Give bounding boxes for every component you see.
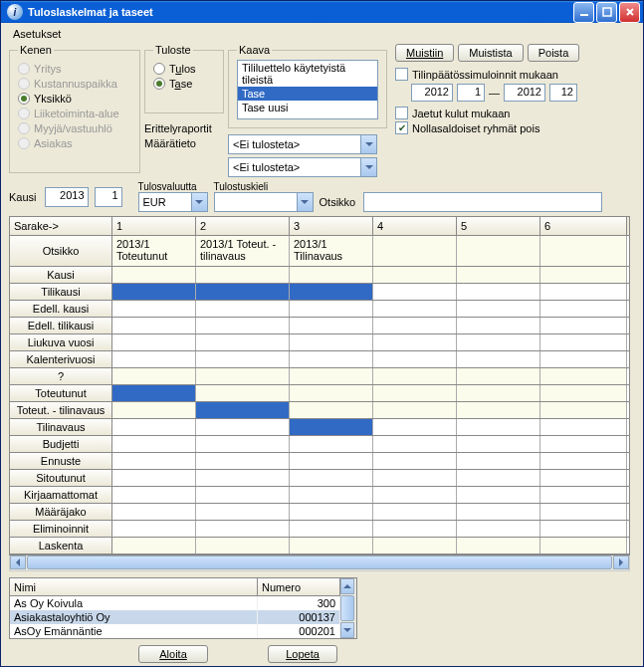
grid-cell[interactable] — [457, 236, 540, 266]
aloita-button[interactable]: Aloita — [138, 645, 208, 663]
grid-cell[interactable] — [373, 419, 457, 435]
list-item-name[interactable]: As Oy Koivula — [10, 596, 258, 610]
grid-cell[interactable] — [373, 385, 457, 401]
grid-cell[interactable] — [196, 267, 290, 283]
maximize-button[interactable] — [596, 2, 617, 23]
grid-cell[interactable] — [457, 436, 540, 452]
grid-cell[interactable] — [457, 470, 540, 486]
grid-header-3[interactable]: 3 — [290, 217, 373, 235]
grid-header-4[interactable]: 4 — [373, 217, 457, 235]
grid-cell[interactable] — [540, 436, 627, 452]
kaava-item-2[interactable]: Tase uusi — [238, 101, 377, 114]
grid-cell[interactable] — [457, 504, 540, 520]
grid-cell[interactable] — [112, 318, 196, 334]
grid-cell[interactable] — [112, 334, 196, 350]
grid-cell[interactable] — [457, 301, 540, 317]
grid-cell[interactable] — [540, 504, 627, 520]
list-item-number[interactable]: 000137 — [258, 610, 340, 624]
close-button[interactable] — [619, 2, 640, 23]
grid-header-2[interactable]: 2 — [196, 217, 290, 235]
grid-cell[interactable] — [373, 351, 457, 367]
jaetut-checkbox[interactable] — [395, 107, 408, 119]
grid-cell[interactable] — [457, 334, 540, 350]
grid-row-label[interactable]: Edell. kausi — [10, 301, 112, 317]
grid-cell[interactable] — [196, 284, 290, 300]
grid-cell[interactable] — [457, 318, 540, 334]
grid-cell[interactable] — [290, 385, 373, 401]
grid-row-label[interactable]: Kausi — [10, 267, 112, 283]
menu-asetukset[interactable]: Asetukset — [9, 26, 635, 42]
grid-cell[interactable] — [373, 453, 457, 469]
grid-cell[interactable] — [112, 402, 196, 418]
col-nimi-header[interactable]: Nimi — [10, 578, 258, 596]
grid-cell[interactable] — [540, 521, 627, 537]
chevron-down-icon[interactable] — [360, 158, 376, 176]
grid-cell[interactable] — [457, 419, 540, 435]
grid-cell[interactable] — [112, 351, 196, 367]
grid-row-label[interactable]: Budjetti — [10, 436, 112, 452]
grid-cell[interactable] — [457, 368, 540, 384]
grid-row-label[interactable]: Eliminoinnit — [10, 521, 112, 537]
scroll-up-icon[interactable] — [340, 578, 354, 594]
grid-cell[interactable] — [540, 453, 627, 469]
grid-header-1[interactable]: 1 — [112, 217, 196, 235]
grid-cell[interactable] — [290, 334, 373, 350]
chevron-down-icon[interactable] — [360, 135, 376, 153]
list-item-name[interactable]: Asiakastaloyhtiö Oy — [10, 610, 258, 624]
grid-row-label[interactable]: Kalenterivuosi — [10, 351, 112, 367]
grid-cell[interactable] — [540, 419, 627, 435]
muistista-button[interactable]: Muistista — [458, 44, 523, 62]
tuloste-radio-1[interactable]: Tase — [153, 78, 215, 90]
grid-cell[interactable] — [112, 538, 196, 554]
kausi-month-input[interactable]: 1 — [95, 187, 122, 207]
scroll-right-icon[interactable] — [613, 556, 629, 569]
grid-cell[interactable] — [290, 267, 373, 283]
grid-cell[interactable] — [457, 453, 540, 469]
grid-cell[interactable]: 2013/1 Toteutunut — [112, 236, 196, 266]
tulostuskieli-combo[interactable] — [214, 192, 314, 212]
tilinpaatos-checkbox[interactable] — [395, 68, 408, 81]
grid-cell[interactable] — [457, 284, 540, 300]
horizontal-scrollbar[interactable] — [9, 556, 630, 571]
scroll-down-icon[interactable] — [340, 622, 354, 638]
grid-cell[interactable] — [112, 521, 196, 537]
kaava-item-0[interactable]: Tililuettelo käytetyistä tileistä — [238, 61, 377, 87]
grid-cell[interactable] — [373, 301, 457, 317]
grid-cell[interactable] — [373, 521, 457, 537]
kaava-item-1[interactable]: Tase — [238, 87, 377, 101]
grid-cell[interactable] — [196, 453, 290, 469]
grid-row-label[interactable]: Liukuva vuosi — [10, 334, 112, 350]
year-to-input[interactable]: 2012 — [504, 84, 545, 102]
grid-cell[interactable] — [290, 402, 373, 418]
grid-cell[interactable] — [196, 351, 290, 367]
grid-cell[interactable]: 2013/1 Tilinavaus — [290, 236, 373, 266]
minimize-button[interactable] — [573, 2, 594, 23]
grid-cell[interactable] — [373, 504, 457, 520]
scroll-thumb[interactable] — [27, 556, 612, 569]
grid-cell[interactable] — [290, 301, 373, 317]
grid-cell[interactable] — [373, 487, 457, 503]
grid-cell[interactable] — [290, 419, 373, 435]
grid-cell[interactable] — [290, 521, 373, 537]
grid-cell[interactable] — [540, 487, 627, 503]
erittelyraportit-combo[interactable]: <Ei tulosteta> — [228, 134, 377, 154]
grid-cell[interactable] — [373, 236, 457, 266]
grid-cell[interactable] — [373, 402, 457, 418]
grid-row-label[interactable]: Edell. tilikausi — [10, 318, 112, 334]
grid-cell[interactable] — [540, 368, 627, 384]
kaava-list[interactable]: Tililuettelo käytetyistä tileistäTaseTas… — [237, 60, 378, 119]
grid-cell[interactable] — [373, 284, 457, 300]
grid-cell[interactable] — [112, 504, 196, 520]
grid-cell[interactable] — [457, 351, 540, 367]
nollasaldo-checkbox[interactable]: ✔ — [395, 121, 408, 134]
grid-cell[interactable] — [457, 267, 540, 283]
grid-cell[interactable] — [196, 436, 290, 452]
grid-cell[interactable] — [196, 538, 290, 554]
grid-row-label[interactable]: Toteutunut — [10, 385, 112, 401]
maaratieto-combo[interactable]: <Ei tulosteta> — [228, 157, 377, 177]
list-item-number[interactable]: 300 — [258, 596, 340, 610]
grid-cell[interactable] — [290, 504, 373, 520]
grid-cell[interactable] — [373, 334, 457, 350]
month-to-input[interactable]: 12 — [549, 84, 577, 102]
grid-cell[interactable] — [373, 538, 457, 554]
